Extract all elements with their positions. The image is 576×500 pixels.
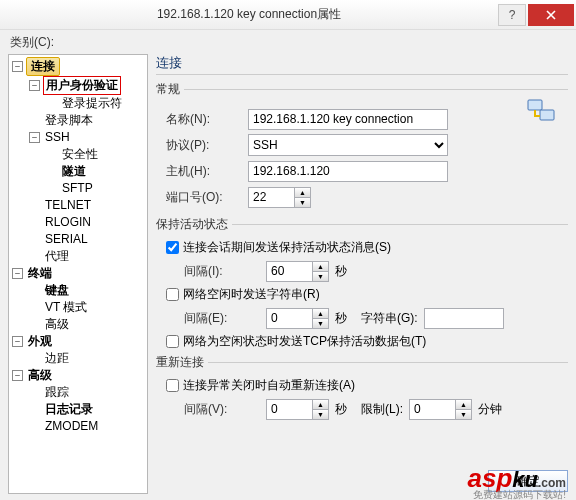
tree-tunnel[interactable]: 隧道	[60, 163, 88, 180]
tree-advanced-term[interactable]: 高级	[43, 316, 71, 333]
expander-icon[interactable]: −	[29, 80, 40, 91]
string-input[interactable]	[424, 308, 504, 329]
string-label: 字符串(G):	[361, 310, 418, 327]
reconnect-interval-label: 间隔(V):	[174, 401, 266, 418]
seconds-label3: 秒	[335, 401, 347, 418]
down-icon[interactable]: ▼	[313, 272, 328, 281]
idle-string-label: 网络空闲时发送字符串(R)	[183, 286, 320, 303]
tree-appearance[interactable]: 外观	[26, 333, 54, 350]
interval1-label: 间隔(I):	[174, 263, 266, 280]
expander-icon[interactable]: −	[12, 61, 23, 72]
keepalive-msg-checkbox[interactable]	[166, 241, 179, 254]
up-icon[interactable]: ▲	[295, 188, 310, 198]
minutes-label: 分钟	[478, 401, 502, 418]
name-label: 名称(N):	[156, 111, 248, 128]
up-icon[interactable]: ▲	[313, 309, 328, 319]
reconnect-legend: 重新连接	[156, 354, 208, 371]
tree-terminal[interactable]: 终端	[26, 265, 54, 282]
category-tree[interactable]: −连接 −用户身份验证 登录提示符 登录脚本 −SSH 安全性 隧道 SFTP	[8, 54, 148, 494]
category-label: 类别(C):	[10, 34, 54, 51]
close-button[interactable]	[528, 4, 574, 26]
tree-proxy[interactable]: 代理	[43, 248, 71, 265]
panel-header: 连接	[156, 54, 568, 75]
down-icon[interactable]: ▼	[313, 319, 328, 328]
protocol-label: 协议(P):	[156, 137, 248, 154]
tree-advanced[interactable]: 高级	[26, 367, 54, 384]
help-button[interactable]: ?	[498, 4, 526, 26]
expander-icon[interactable]: −	[12, 268, 23, 279]
keepalive-msg-label: 连接会话期间发送保持活动状态消息(S)	[183, 239, 391, 256]
tree-ssh[interactable]: SSH	[43, 129, 72, 146]
down-icon[interactable]: ▼	[456, 410, 471, 419]
reconnect-interval-input[interactable]	[266, 399, 312, 420]
tree-login-hint[interactable]: 登录提示符	[60, 95, 124, 112]
tree-keyboard[interactable]: 键盘	[43, 282, 71, 299]
title-bar: 192.168.1.120 key connection属性 ?	[0, 0, 576, 30]
tree-serial[interactable]: SERIAL	[43, 231, 90, 248]
limit-label: 限制(L):	[361, 401, 403, 418]
svg-rect-1	[540, 110, 554, 120]
general-legend: 常规	[156, 81, 184, 98]
tree-telnet[interactable]: TELNET	[43, 197, 93, 214]
tree-margin[interactable]: 边距	[43, 350, 71, 367]
tree-sftp[interactable]: SFTP	[60, 180, 95, 197]
up-icon[interactable]: ▲	[313, 400, 328, 410]
interval1-input[interactable]	[266, 261, 312, 282]
keepalive-legend: 保持活动状态	[156, 216, 232, 233]
tree-zmodem[interactable]: ZMODEM	[43, 418, 100, 435]
down-icon[interactable]: ▼	[295, 198, 310, 207]
limit-input[interactable]	[409, 399, 455, 420]
tree-vtmode[interactable]: VT 模式	[43, 299, 89, 316]
tcp-idle-label: 网络为空闲状态时发送TCP保持活动数据包(T)	[183, 333, 426, 350]
svg-rect-0	[528, 100, 542, 110]
reconnect-group: 重新连接 连接异常关闭时自动重新连接(A) 间隔(V): ▲▼ 秒 限制(L):…	[156, 354, 568, 424]
host-input[interactable]	[248, 161, 448, 182]
tree-log[interactable]: 日志记录	[43, 401, 95, 418]
keepalive-group: 保持活动状态 连接会话期间发送保持活动状态消息(S) 间隔(I): ▲▼ 秒 网…	[156, 216, 568, 350]
limit-spinner[interactable]: ▲▼	[409, 399, 472, 420]
protocol-select[interactable]: SSH	[248, 134, 448, 156]
tree-login-script[interactable]: 登录脚本	[43, 112, 95, 129]
interval2-label: 间隔(E):	[174, 310, 266, 327]
ok-button[interactable]: 确定	[488, 470, 568, 492]
port-spinner[interactable]: ▲▼	[248, 187, 311, 208]
up-icon[interactable]: ▲	[313, 262, 328, 272]
host-label: 主机(H):	[156, 163, 248, 180]
idle-string-checkbox[interactable]	[166, 288, 179, 301]
auto-reconnect-checkbox[interactable]	[166, 379, 179, 392]
expander-icon[interactable]: −	[12, 370, 23, 381]
seconds-label: 秒	[335, 263, 347, 280]
auto-reconnect-label: 连接异常关闭时自动重新连接(A)	[183, 377, 355, 394]
expander-icon[interactable]: −	[29, 132, 40, 143]
close-icon	[546, 10, 556, 20]
window-title: 192.168.1.120 key connection属性	[0, 6, 498, 23]
tree-rlogin[interactable]: RLOGIN	[43, 214, 93, 231]
main-panel: 连接 常规 名称(N): 协议(P): SSH 主机(H): 端口号(O): ▲…	[156, 54, 568, 492]
tree-security[interactable]: 安全性	[60, 146, 100, 163]
tree-trace[interactable]: 跟踪	[43, 384, 71, 401]
reconnect-interval-spinner[interactable]: ▲▼	[266, 399, 329, 420]
seconds-label2: 秒	[335, 310, 347, 327]
down-icon[interactable]: ▼	[313, 410, 328, 419]
port-input[interactable]	[248, 187, 294, 208]
port-label: 端口号(O):	[156, 189, 248, 206]
name-input[interactable]	[248, 109, 448, 130]
tree-connection[interactable]: 连接	[26, 57, 60, 76]
up-icon[interactable]: ▲	[456, 400, 471, 410]
network-icon	[526, 96, 558, 128]
content-area: −连接 −用户身份验证 登录提示符 登录脚本 −SSH 安全性 隧道 SFTP	[0, 30, 576, 500]
interval2-spinner[interactable]: ▲▼	[266, 308, 329, 329]
interval2-input[interactable]	[266, 308, 312, 329]
interval1-spinner[interactable]: ▲▼	[266, 261, 329, 282]
general-group: 常规 名称(N): 协议(P): SSH 主机(H): 端口号(O): ▲▼	[156, 81, 568, 212]
tcp-idle-checkbox[interactable]	[166, 335, 179, 348]
expander-icon[interactable]: −	[12, 336, 23, 347]
tree-user-auth[interactable]: 用户身份验证	[43, 76, 121, 95]
